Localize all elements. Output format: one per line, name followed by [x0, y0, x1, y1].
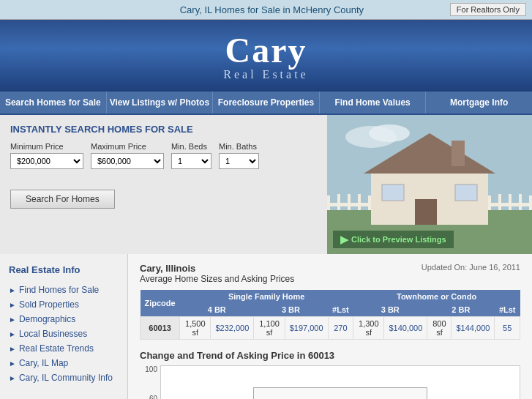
nav-home-values[interactable]: Find Home Values	[320, 92, 427, 113]
y-label-100: 100	[145, 365, 157, 373]
data-area: Cary, Illinois Average Home Sizes and As…	[128, 254, 532, 399]
svg-rect-9	[455, 184, 477, 201]
chevron-right-icon: ►	[9, 374, 16, 382]
tc-lst-header: #Lst	[495, 303, 520, 317]
data-city: Cary, Illinois	[140, 263, 294, 274]
svg-rect-12	[337, 194, 340, 210]
chevron-right-icon: ►	[9, 330, 16, 338]
min-baths-label: Min. Baths	[219, 142, 259, 151]
sfh-3br-header: 3 BR	[254, 303, 328, 317]
sidebar-item-find-homes[interactable]: ► Find Homes for Sale	[9, 283, 119, 297]
sidebar-item-demographics[interactable]: ► Demographics	[9, 312, 119, 327]
min-baths-select[interactable]: 1 2 3 4	[219, 153, 259, 169]
cell-sfh-lst[interactable]: 270	[328, 317, 353, 340]
header: Cary Real Estate	[0, 20, 532, 92]
chevron-right-icon: ►	[9, 345, 16, 353]
cell-tc-lst[interactable]: 55	[495, 317, 520, 340]
svg-rect-19	[509, 194, 512, 210]
arrow-right-icon: ▶	[340, 234, 348, 245]
cell-tc-3br-size: 1,300 sf	[353, 317, 384, 340]
search-section: INSTANTLY SEARCH HOMES FOR SALE Minimum …	[0, 115, 532, 254]
tc-3br-header: 3 BR	[353, 303, 427, 317]
sidebar-item-real-estate-trends[interactable]: ► Real Estate Trends	[9, 341, 119, 356]
content-area: Real Estate Info ► Find Homes for Sale ►…	[0, 254, 532, 399]
chevron-right-icon: ►	[9, 316, 16, 324]
col-group-sfh: Single Family Home	[180, 290, 353, 303]
cell-tc-3br-price[interactable]: $140,000	[384, 317, 427, 340]
search-homes-button[interactable]: Search For Homes	[10, 190, 115, 209]
svg-rect-21	[529, 195, 532, 210]
sidebar-item-cary-map[interactable]: ► Cary, IL Map	[9, 356, 119, 370]
max-price-label: Maximum Price	[91, 142, 164, 151]
cell-sfh-3br-price[interactable]: $197,000	[285, 317, 328, 340]
svg-rect-11	[327, 195, 330, 210]
svg-rect-20	[519, 194, 522, 210]
y-axis: 100 60 20 -20	[140, 365, 160, 399]
search-form-area: INSTANTLY SEARCH HOMES FOR SALE Minimum …	[0, 115, 327, 254]
cell-sfh-4br-size: 1,500 sf	[180, 317, 211, 340]
chevron-right-icon: ►	[9, 286, 16, 294]
chevron-right-icon: ►	[9, 301, 16, 309]
min-beds-select[interactable]: 1 2 3 4 5	[171, 153, 211, 169]
nav-foreclosure[interactable]: Foreclosure Properties	[213, 92, 320, 113]
col-group-tc: Townhome or Condo	[353, 290, 520, 303]
svg-rect-18	[498, 194, 501, 210]
sidebar: Real Estate Info ► Find Homes for Sale ►…	[0, 254, 128, 399]
tc-2br-header: 2 BR	[427, 303, 495, 317]
for-realtors-button[interactable]: For Realtors Only	[450, 3, 526, 16]
svg-rect-8	[382, 184, 404, 201]
sidebar-item-local-businesses[interactable]: ► Local Businesses	[9, 327, 119, 341]
sidebar-item-community-info[interactable]: ► Cary, IL Community Info	[9, 370, 119, 385]
search-title: INSTANTLY SEARCH HOMES FOR SALE	[10, 124, 317, 135]
col-zipcode: Zipcode	[141, 290, 180, 317]
home-data-table: Zipcode Single Family Home Townhome or C…	[140, 290, 520, 340]
cell-sfh-3br-size: 1,100 sf	[254, 317, 285, 340]
svg-rect-6	[452, 141, 465, 166]
cell-zipcode: 60013	[141, 317, 180, 340]
top-bar: Cary, IL Homes for Sale in McHenry Count…	[0, 0, 532, 20]
sidebar-title: Real Estate Info	[9, 264, 119, 275]
svg-rect-15	[368, 195, 371, 210]
house-image-area: ▶ Click to Preview Listings	[327, 115, 532, 254]
sidebar-item-sold-properties[interactable]: ► Sold Properties	[9, 297, 119, 312]
svg-rect-13	[348, 194, 351, 210]
click-preview-button[interactable]: ▶ Click to Preview Listings	[333, 231, 454, 248]
max-price-select[interactable]: $600,000 $400,000 $500,000 $700,000 $800…	[91, 153, 164, 169]
svg-point-2	[369, 124, 410, 142]
chart-area: 100 60 20 -20 Loading Data. Please wait.	[140, 365, 520, 399]
min-baths-group: Min. Baths 1 2 3 4	[219, 142, 259, 169]
max-price-group: Maximum Price $600,000 $400,000 $500,000…	[91, 142, 164, 169]
search-form: Minimum Price $200,000 $100,000 $150,000…	[10, 142, 317, 169]
chart-title: Change and Trend of Asking Price in 6001…	[140, 350, 520, 361]
cell-tc-2br-price[interactable]: $144,000	[452, 317, 495, 340]
chart-body: Loading Data. Please wait.	[160, 365, 520, 399]
sfh-4br-header: 4 BR	[180, 303, 254, 317]
svg-rect-14	[358, 194, 361, 210]
chevron-right-icon: ►	[9, 359, 16, 368]
min-beds-group: Min. Beds 1 2 3 4 5	[171, 142, 211, 169]
nav-search-homes[interactable]: Search Homes for Sale	[0, 92, 107, 113]
updated-text: Updated On: June 16, 2011	[422, 263, 520, 272]
sfh-lst-header: #Lst	[328, 303, 353, 317]
nav-view-listings[interactable]: View Listings w/ Photos	[107, 92, 214, 113]
min-price-group: Minimum Price $200,000 $100,000 $150,000…	[10, 142, 83, 169]
data-header: Cary, Illinois Average Home Sizes and As…	[140, 263, 520, 284]
y-label-60: 60	[149, 395, 157, 399]
svg-rect-7	[415, 199, 437, 225]
data-subtitle: Average Home Sizes and Asking Prices	[140, 274, 294, 284]
cell-sfh-4br-price[interactable]: $232,000	[211, 317, 254, 340]
min-price-select[interactable]: $200,000 $100,000 $150,000 $250,000 $300…	[10, 153, 83, 169]
table-row: 60013 1,500 sf $232,000 1,100 sf $197,00…	[141, 317, 520, 340]
nav-mortgage[interactable]: Mortgage Info	[426, 92, 532, 113]
data-title-group: Cary, Illinois Average Home Sizes and As…	[140, 263, 294, 284]
svg-rect-17	[488, 195, 491, 210]
cell-tc-2br-size: 800 sf	[427, 317, 452, 340]
min-price-label: Minimum Price	[10, 142, 83, 151]
min-beds-label: Min. Beds	[171, 142, 211, 151]
loading-box: Loading Data. Please wait.	[253, 387, 427, 399]
top-bar-title: Cary, IL Homes for Sale in McHenry Count…	[94, 4, 450, 15]
click-preview-label: Click to Preview Listings	[351, 235, 446, 244]
header-subtitle: Real Estate	[0, 68, 532, 81]
main-nav: Search Homes for Sale View Listings w/ P…	[0, 92, 532, 115]
header-title: Cary	[0, 33, 532, 68]
